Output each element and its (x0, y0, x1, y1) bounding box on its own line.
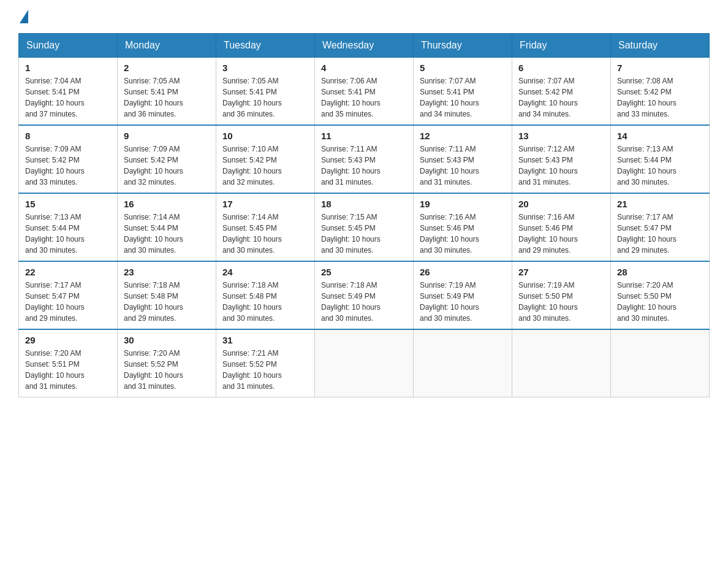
day-info: Sunrise: 7:14 AMSunset: 5:44 PMDaylight:… (124, 212, 210, 256)
day-info: Sunrise: 7:05 AMSunset: 5:41 PMDaylight:… (124, 75, 210, 120)
day-info: Sunrise: 7:20 AMSunset: 5:50 PMDaylight:… (617, 280, 703, 324)
day-number: 27 (518, 267, 604, 277)
day-number: 24 (222, 267, 308, 277)
calendar-cell: 31 Sunrise: 7:21 AMSunset: 5:52 PMDaylig… (216, 329, 315, 397)
day-info: Sunrise: 7:09 AMSunset: 5:42 PMDaylight:… (25, 144, 111, 188)
day-header-wednesday: Wednesday (315, 34, 414, 58)
calendar-cell: 27 Sunrise: 7:19 AMSunset: 5:50 PMDaylig… (512, 261, 611, 329)
calendar-cell: 11 Sunrise: 7:11 AMSunset: 5:43 PMDaylig… (315, 125, 414, 193)
calendar-cell: 12 Sunrise: 7:11 AMSunset: 5:43 PMDaylig… (414, 125, 512, 193)
day-number: 3 (222, 63, 308, 73)
calendar-cell: 10 Sunrise: 7:10 AMSunset: 5:42 PMDaylig… (216, 125, 315, 193)
calendar-cell: 3 Sunrise: 7:05 AMSunset: 5:41 PMDayligh… (216, 58, 315, 126)
calendar-cell: 24 Sunrise: 7:18 AMSunset: 5:48 PMDaylig… (216, 261, 315, 329)
calendar-cell: 28 Sunrise: 7:20 AMSunset: 5:50 PMDaylig… (611, 261, 710, 329)
day-number: 28 (617, 267, 703, 277)
day-number: 5 (420, 63, 506, 73)
day-number: 20 (518, 199, 604, 209)
day-number: 21 (617, 199, 703, 209)
day-header-thursday: Thursday (414, 34, 512, 58)
calendar-cell: 22 Sunrise: 7:17 AMSunset: 5:47 PMDaylig… (19, 261, 118, 329)
day-info: Sunrise: 7:05 AMSunset: 5:41 PMDaylight:… (222, 75, 308, 120)
day-info: Sunrise: 7:08 AMSunset: 5:42 PMDaylight:… (617, 75, 703, 120)
page-header (18, 12, 710, 21)
day-info: Sunrise: 7:13 AMSunset: 5:44 PMDaylight:… (617, 144, 703, 188)
day-info: Sunrise: 7:16 AMSunset: 5:46 PMDaylight:… (420, 212, 506, 256)
day-info: Sunrise: 7:18 AMSunset: 5:48 PMDaylight:… (124, 280, 210, 324)
calendar-cell: 23 Sunrise: 7:18 AMSunset: 5:48 PMDaylig… (118, 261, 216, 329)
calendar-cell: 2 Sunrise: 7:05 AMSunset: 5:41 PMDayligh… (118, 58, 216, 126)
day-number: 1 (25, 63, 111, 73)
calendar-cell (315, 329, 414, 397)
day-info: Sunrise: 7:11 AMSunset: 5:43 PMDaylight:… (321, 144, 407, 188)
day-info: Sunrise: 7:14 AMSunset: 5:45 PMDaylight:… (222, 212, 308, 256)
day-number: 9 (124, 131, 210, 141)
day-number: 22 (25, 267, 111, 277)
calendar-cell: 4 Sunrise: 7:06 AMSunset: 5:41 PMDayligh… (315, 58, 414, 126)
calendar-cell: 14 Sunrise: 7:13 AMSunset: 5:44 PMDaylig… (611, 125, 710, 193)
day-number: 2 (124, 63, 210, 73)
day-info: Sunrise: 7:06 AMSunset: 5:41 PMDaylight:… (321, 75, 407, 120)
calendar-cell: 9 Sunrise: 7:09 AMSunset: 5:42 PMDayligh… (118, 125, 216, 193)
day-info: Sunrise: 7:13 AMSunset: 5:44 PMDaylight:… (25, 212, 111, 256)
day-number: 19 (420, 199, 506, 209)
calendar-cell: 30 Sunrise: 7:20 AMSunset: 5:52 PMDaylig… (118, 329, 216, 397)
calendar-cell (512, 329, 611, 397)
calendar-cell: 17 Sunrise: 7:14 AMSunset: 5:45 PMDaylig… (216, 193, 315, 261)
day-info: Sunrise: 7:11 AMSunset: 5:43 PMDaylight:… (420, 144, 506, 188)
logo (18, 12, 28, 21)
calendar-cell: 8 Sunrise: 7:09 AMSunset: 5:42 PMDayligh… (19, 125, 118, 193)
day-info: Sunrise: 7:09 AMSunset: 5:42 PMDaylight:… (124, 144, 210, 188)
calendar-cell: 26 Sunrise: 7:19 AMSunset: 5:49 PMDaylig… (414, 261, 512, 329)
calendar-cell: 7 Sunrise: 7:08 AMSunset: 5:42 PMDayligh… (611, 58, 710, 126)
day-number: 6 (518, 63, 604, 73)
day-number: 8 (25, 131, 111, 141)
day-info: Sunrise: 7:19 AMSunset: 5:49 PMDaylight:… (420, 280, 506, 324)
day-info: Sunrise: 7:12 AMSunset: 5:43 PMDaylight:… (518, 144, 604, 188)
day-number: 23 (124, 267, 210, 277)
day-info: Sunrise: 7:21 AMSunset: 5:52 PMDaylight:… (222, 348, 308, 392)
logo-triangle-icon (20, 10, 28, 23)
day-number: 4 (321, 63, 407, 73)
calendar-table: SundayMondayTuesdayWednesdayThursdayFrid… (18, 33, 710, 397)
day-info: Sunrise: 7:10 AMSunset: 5:42 PMDaylight:… (222, 144, 308, 188)
day-number: 7 (617, 63, 703, 73)
calendar-cell: 6 Sunrise: 7:07 AMSunset: 5:42 PMDayligh… (512, 58, 611, 126)
day-number: 31 (222, 335, 308, 345)
day-info: Sunrise: 7:20 AMSunset: 5:52 PMDaylight:… (124, 348, 210, 392)
calendar-cell: 1 Sunrise: 7:04 AMSunset: 5:41 PMDayligh… (19, 58, 118, 126)
day-header-monday: Monday (118, 34, 216, 58)
day-header-friday: Friday (512, 34, 611, 58)
day-info: Sunrise: 7:18 AMSunset: 5:49 PMDaylight:… (321, 280, 407, 324)
calendar-cell: 21 Sunrise: 7:17 AMSunset: 5:47 PMDaylig… (611, 193, 710, 261)
calendar-cell: 5 Sunrise: 7:07 AMSunset: 5:41 PMDayligh… (414, 58, 512, 126)
day-number: 12 (420, 131, 506, 141)
day-header-tuesday: Tuesday (216, 34, 315, 58)
day-number: 16 (124, 199, 210, 209)
day-number: 26 (420, 267, 506, 277)
day-info: Sunrise: 7:07 AMSunset: 5:41 PMDaylight:… (420, 75, 506, 120)
week-row-3: 15 Sunrise: 7:13 AMSunset: 5:44 PMDaylig… (19, 193, 710, 261)
calendar-cell: 20 Sunrise: 7:16 AMSunset: 5:46 PMDaylig… (512, 193, 611, 261)
day-number: 14 (617, 131, 703, 141)
calendar-cell: 25 Sunrise: 7:18 AMSunset: 5:49 PMDaylig… (315, 261, 414, 329)
calendar-header-row: SundayMondayTuesdayWednesdayThursdayFrid… (19, 34, 710, 58)
day-info: Sunrise: 7:15 AMSunset: 5:45 PMDaylight:… (321, 212, 407, 256)
day-info: Sunrise: 7:17 AMSunset: 5:47 PMDaylight:… (25, 280, 111, 324)
calendar-cell: 13 Sunrise: 7:12 AMSunset: 5:43 PMDaylig… (512, 125, 611, 193)
calendar-cell: 16 Sunrise: 7:14 AMSunset: 5:44 PMDaylig… (118, 193, 216, 261)
day-header-sunday: Sunday (19, 34, 118, 58)
day-number: 17 (222, 199, 308, 209)
day-number: 29 (25, 335, 111, 345)
day-info: Sunrise: 7:17 AMSunset: 5:47 PMDaylight:… (617, 212, 703, 256)
day-info: Sunrise: 7:16 AMSunset: 5:46 PMDaylight:… (518, 212, 604, 256)
week-row-5: 29 Sunrise: 7:20 AMSunset: 5:51 PMDaylig… (19, 329, 710, 397)
calendar-cell: 15 Sunrise: 7:13 AMSunset: 5:44 PMDaylig… (19, 193, 118, 261)
week-row-2: 8 Sunrise: 7:09 AMSunset: 5:42 PMDayligh… (19, 125, 710, 193)
week-row-1: 1 Sunrise: 7:04 AMSunset: 5:41 PMDayligh… (19, 58, 710, 126)
calendar-cell: 18 Sunrise: 7:15 AMSunset: 5:45 PMDaylig… (315, 193, 414, 261)
calendar-cell (414, 329, 512, 397)
day-number: 25 (321, 267, 407, 277)
day-header-saturday: Saturday (611, 34, 710, 58)
day-info: Sunrise: 7:18 AMSunset: 5:48 PMDaylight:… (222, 280, 308, 324)
